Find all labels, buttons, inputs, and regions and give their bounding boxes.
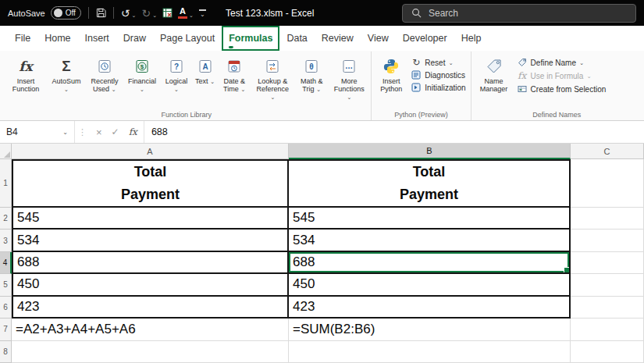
- cell-B7[interactable]: =SUM(B2:B6): [289, 319, 571, 340]
- cell-C2[interactable]: [571, 208, 644, 230]
- tab-insert[interactable]: Insert: [78, 26, 116, 51]
- name-box-value: B4: [6, 126, 18, 137]
- more-functions-icon: …: [341, 59, 357, 74]
- chevron-down-icon: ⌄: [448, 59, 453, 66]
- cell-B5[interactable]: 450: [289, 274, 571, 296]
- name-manager-button[interactable]: Name Manager: [474, 53, 514, 94]
- formula-bar-buttons: × ✓ fx: [90, 121, 144, 143]
- font-color-icon: A: [178, 7, 187, 19]
- row-header-8[interactable]: 8: [0, 341, 12, 363]
- font-color-button[interactable]: A ⌄: [178, 7, 194, 19]
- more-functions-button[interactable]: … More Functions ⌄: [329, 53, 368, 102]
- text-button[interactable]: A Text ⌄: [193, 53, 217, 87]
- row-header-6[interactable]: 6: [0, 297, 12, 319]
- row-header-7[interactable]: 7: [0, 319, 12, 340]
- diagnostics-button[interactable]: Diagnostics: [411, 70, 465, 80]
- cell-A1[interactable]: Total Payment: [12, 159, 289, 208]
- row-header-5[interactable]: 5: [0, 274, 12, 296]
- enter-icon[interactable]: ✓: [112, 126, 119, 137]
- financial-button[interactable]: $ Financial ⌄: [124, 53, 160, 94]
- row-header-3[interactable]: 3: [0, 230, 12, 251]
- cell-C7[interactable]: [571, 319, 644, 340]
- cell-C1[interactable]: [571, 159, 644, 208]
- tab-draw[interactable]: Draw: [116, 26, 153, 51]
- cell-B8[interactable]: [289, 341, 571, 363]
- create-from-selection-button[interactable]: Create from Selection: [517, 84, 607, 94]
- group-label-defined-names: Defined Names: [471, 111, 642, 119]
- row-header-1[interactable]: 1: [0, 159, 12, 208]
- cell-A2[interactable]: 545: [12, 208, 289, 230]
- excel-window: AutoSave Off ↺ ⌄ ↻ ⌄ A ⌄: [0, 0, 644, 363]
- cell-C8[interactable]: [571, 341, 644, 363]
- logical-button[interactable]: ? Logical ⌄: [160, 53, 193, 94]
- row-header-2[interactable]: 2: [0, 208, 12, 230]
- insert-function-button[interactable]: fx Insert Function: [4, 53, 48, 94]
- export-table-button[interactable]: [162, 8, 173, 18]
- save-icon: [96, 8, 106, 18]
- tab-file[interactable]: File: [8, 26, 37, 51]
- cell-B1[interactable]: Total Payment: [289, 159, 571, 208]
- cell-C6[interactable]: [571, 297, 644, 319]
- cell-A6[interactable]: 423: [12, 297, 289, 319]
- cell-A3[interactable]: 534: [12, 230, 289, 251]
- lookup-reference-button[interactable]: Lookup & Reference ⌄: [251, 53, 294, 102]
- use-in-formula-button[interactable]: fx Use in Formula ⌄: [517, 70, 607, 81]
- cancel-icon[interactable]: ×: [96, 126, 102, 138]
- column-header-a[interactable]: A: [12, 144, 289, 159]
- lookup-reference-icon: [265, 59, 280, 74]
- tab-developer[interactable]: Developer: [396, 26, 454, 51]
- cell-B4-active[interactable]: 688: [289, 252, 571, 274]
- define-name-icon: [518, 58, 527, 67]
- cell-C4[interactable]: [571, 252, 644, 274]
- cell-A7[interactable]: =A2+A3+A4+A5+A6: [12, 319, 289, 340]
- cell-B6[interactable]: 423: [289, 297, 571, 319]
- name-box[interactable]: B4 ⌄: [0, 121, 75, 143]
- divider: [113, 7, 114, 19]
- insert-python-button[interactable]: Insert Python: [374, 53, 408, 94]
- autosum-button[interactable]: Σ AutoSum ⌄: [48, 53, 85, 94]
- fx-icon: fx: [19, 59, 32, 74]
- name-manager-icon: [486, 58, 503, 75]
- tab-page-layout[interactable]: Page Layout: [153, 26, 222, 51]
- chevron-down-icon: ⌄: [174, 86, 179, 93]
- recently-used-button[interactable]: Recently Used ⌄: [85, 53, 124, 94]
- initialization-button[interactable]: Initialization: [411, 83, 465, 92]
- cell-B3[interactable]: 534: [289, 230, 571, 251]
- tab-data[interactable]: Data: [279, 26, 314, 51]
- row-header-4[interactable]: 4: [0, 252, 12, 274]
- redo-button[interactable]: ↻ ⌄: [141, 8, 157, 19]
- financial-icon: $: [134, 59, 150, 74]
- customize-quick-access-button[interactable]: ⌄: [199, 9, 206, 17]
- cell-C3[interactable]: [571, 230, 644, 251]
- define-name-button[interactable]: Define Name ⌄: [517, 58, 607, 67]
- table-icon: [162, 8, 173, 18]
- tab-formulas[interactable]: Formulas: [222, 26, 279, 51]
- cell-B2[interactable]: 545: [289, 208, 571, 230]
- save-button[interactable]: [96, 8, 106, 18]
- cell-A5[interactable]: 450: [12, 274, 289, 296]
- tab-home[interactable]: Home: [37, 26, 77, 51]
- cell-A4[interactable]: 688: [12, 252, 289, 274]
- diagnostics-icon: [411, 70, 421, 80]
- cell-C5[interactable]: [571, 274, 644, 296]
- tab-view[interactable]: View: [361, 26, 396, 51]
- column-header-b[interactable]: B: [289, 144, 571, 159]
- chevron-down-icon: ⌄: [140, 86, 144, 93]
- formula-input[interactable]: 688: [144, 121, 644, 143]
- search-box[interactable]: Search: [402, 4, 636, 23]
- math-trig-icon: θ: [304, 59, 319, 74]
- cell-A8[interactable]: [12, 341, 289, 363]
- select-all-button[interactable]: [0, 144, 12, 159]
- column-header-c[interactable]: C: [571, 144, 644, 159]
- row-4: 4 688 688: [0, 252, 644, 274]
- formula-bar-grip[interactable]: ⋮: [75, 121, 90, 143]
- autosave-toggle[interactable]: Off: [51, 6, 81, 20]
- tab-review[interactable]: Review: [315, 26, 361, 51]
- date-time-button[interactable]: Date & Time ⌄: [217, 53, 251, 94]
- undo-button[interactable]: ↺ ⌄: [121, 8, 137, 19]
- reset-button[interactable]: ↻ Reset ⌄: [411, 58, 465, 67]
- math-trig-button[interactable]: θ Math & Trig ⌄: [294, 53, 329, 94]
- tab-help[interactable]: Help: [454, 26, 489, 51]
- chevron-down-icon: ⌄: [347, 94, 351, 101]
- insert-function-icon[interactable]: fx: [129, 126, 137, 137]
